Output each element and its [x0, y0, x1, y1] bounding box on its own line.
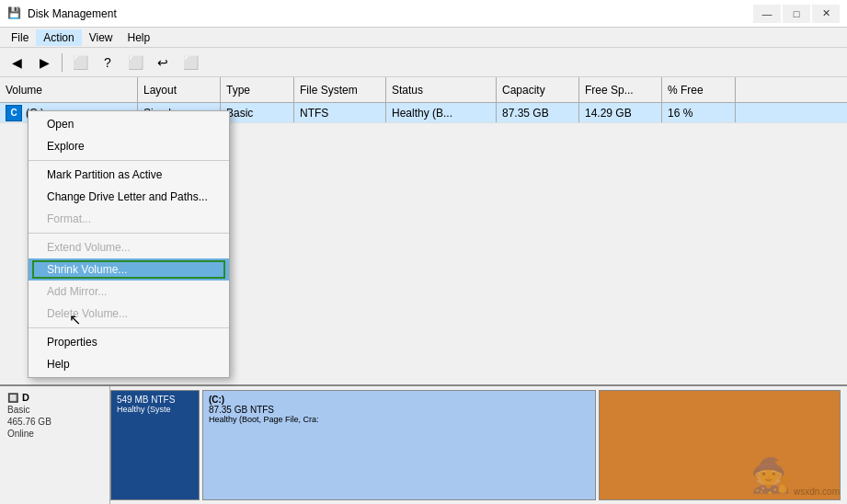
- toolbar-btn-2[interactable]: ?: [95, 52, 120, 74]
- disk-partitions: 549 MB NTFS Healthy (Syste (C:) 87.35 GB…: [110, 386, 847, 504]
- menu-view[interactable]: View: [82, 29, 120, 46]
- disk-name: D: [22, 392, 29, 403]
- ctx-change-letter[interactable]: Change Drive Letter and Paths...: [29, 186, 229, 208]
- ctx-shrink[interactable]: Shrink Volume...: [29, 258, 229, 281]
- title-bar: 💾 Disk Management — □ ✕: [0, 0, 847, 28]
- part2-status: Healthy (Boot, Page File, Cra:: [209, 415, 589, 424]
- ctx-sep-1: [29, 160, 229, 161]
- cell-status: Healthy (B...: [386, 103, 497, 122]
- window-title: Disk Management: [28, 7, 117, 20]
- partition-3[interactable]: [599, 390, 841, 500]
- window-controls: — □ ✕: [753, 5, 840, 23]
- toolbar-btn-3[interactable]: ⬜: [122, 52, 148, 74]
- col-header-pctfree[interactable]: % Free: [662, 77, 736, 102]
- ctx-add-mirror: Add Mirror...: [29, 281, 229, 303]
- ctx-extend: Extend Volume...: [29, 236, 229, 258]
- table-header: Volume Layout Type File System Status Ca…: [0, 77, 847, 103]
- partition-1[interactable]: 549 MB NTFS Healthy (Syste: [110, 390, 200, 500]
- watermark: wsxdn.com: [794, 487, 840, 497]
- ctx-help[interactable]: Help: [29, 353, 229, 375]
- part1-status: Healthy (Syste: [117, 405, 193, 414]
- disk-panel: 🔲 D Basic 465.76 GB Online 549 MB NTFS H…: [0, 384, 847, 504]
- cell-type: Basic: [221, 103, 294, 122]
- context-menu: Open Explore Mark Partition as Active Ch…: [28, 110, 230, 378]
- ctx-explore[interactable]: Explore: [29, 135, 229, 157]
- col-header-type[interactable]: Type: [221, 77, 294, 102]
- minimize-button[interactable]: —: [753, 5, 781, 23]
- ctx-sep-2: [29, 233, 229, 234]
- col-header-fs[interactable]: File System: [294, 77, 386, 102]
- ctx-properties[interactable]: Properties: [29, 331, 229, 353]
- volume-icon: C: [6, 105, 22, 121]
- part1-size: 549 MB NTFS: [117, 395, 193, 405]
- maximize-button[interactable]: □: [783, 5, 810, 23]
- toolbar-btn-5[interactable]: ⬜: [177, 52, 203, 74]
- ctx-format: Format...: [29, 208, 229, 230]
- partition-2[interactable]: (C:) 87.35 GB NTFS Healthy (Boot, Page F…: [202, 390, 596, 500]
- menu-action[interactable]: Action: [36, 29, 81, 46]
- decorative-icon: 🧙: [750, 456, 792, 495]
- menu-help[interactable]: Help: [120, 29, 158, 46]
- ctx-mark-active[interactable]: Mark Partition as Active: [29, 164, 229, 186]
- disk-label: 🔲 D Basic 465.76 GB Online: [0, 386, 110, 504]
- cell-capacity: 87.35 GB: [497, 103, 579, 122]
- toolbar-btn-1[interactable]: ⬜: [67, 52, 93, 74]
- close-button[interactable]: ✕: [812, 5, 840, 23]
- col-header-status[interactable]: Status: [386, 77, 497, 102]
- ctx-open[interactable]: Open: [29, 113, 229, 135]
- col-header-layout[interactable]: Layout: [138, 77, 221, 102]
- disk-row: 🔲 D Basic 465.76 GB Online 549 MB NTFS H…: [0, 386, 847, 504]
- cell-freesp: 14.29 GB: [579, 103, 662, 122]
- cell-pctfree: 16 %: [662, 103, 736, 122]
- part2-name: (C:): [209, 395, 589, 405]
- col-header-capacity[interactable]: Capacity: [497, 77, 579, 102]
- menu-bar: File Action View Help: [0, 28, 847, 48]
- back-button[interactable]: ◀: [4, 52, 29, 74]
- ctx-delete-volume: Delete Volume...: [29, 303, 229, 325]
- col-header-freesp[interactable]: Free Sp...: [579, 77, 662, 102]
- cell-fs: NTFS: [294, 103, 386, 122]
- menu-file[interactable]: File: [4, 29, 36, 46]
- disk-status: Online: [7, 429, 102, 439]
- ctx-sep-3: [29, 327, 229, 328]
- col-header-volume[interactable]: Volume: [0, 77, 138, 102]
- toolbar-btn-4[interactable]: ↩: [150, 52, 176, 74]
- part2-size: 87.35 GB NTFS: [209, 405, 589, 415]
- forward-button[interactable]: ▶: [31, 52, 57, 74]
- toolbar: ◀ ▶ ⬜ ? ⬜ ↩ ⬜: [0, 48, 847, 77]
- disk-type: Basic: [7, 405, 102, 415]
- toolbar-separator-1: [62, 53, 63, 72]
- app-icon: 💾: [7, 6, 22, 21]
- disk-size: 465.76 GB: [7, 417, 102, 427]
